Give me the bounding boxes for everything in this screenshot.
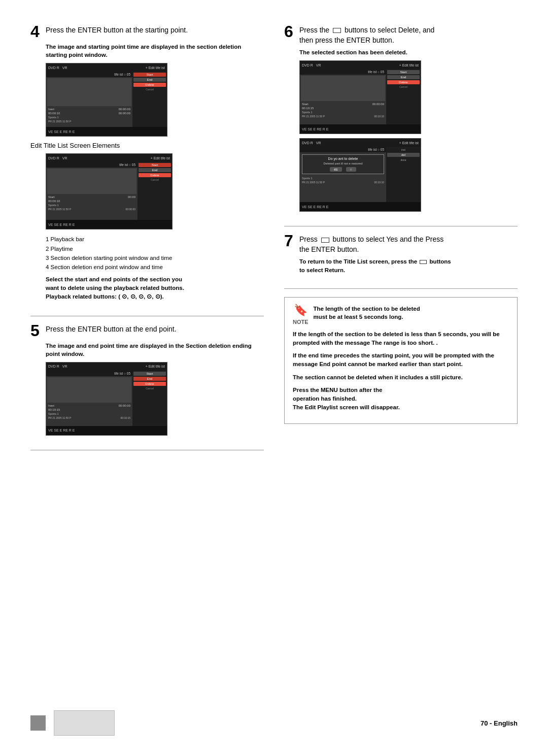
step-7-title-prefix: Press bbox=[299, 235, 318, 243]
dvd-time-end-4: 00:00:00 bbox=[119, 112, 130, 115]
dvd-bottom-bar-6a: VE SE E RE R E bbox=[300, 124, 421, 134]
dvd-pr-6b: PR 21 2005 11:50 P 00:10:10 bbox=[300, 180, 386, 184]
dvd-tife-6b: tife ist ○ 05 bbox=[300, 147, 386, 152]
dvd-time3-6a: 00:10:15 bbox=[300, 106, 386, 110]
step-6-title-line2: then press the ENTER button. bbox=[299, 36, 394, 44]
dvd-preview-4 bbox=[47, 78, 131, 106]
dvd-menu-items-4: + Edit tife ist bbox=[146, 66, 165, 70]
dvd-label-vr-el: VR bbox=[62, 156, 67, 160]
dvd-video-6b: tife ist ○ 05 Do yo ant to delete Delete… bbox=[300, 147, 386, 202]
dvd-bottom-bar-el: VE SE E RE R E bbox=[46, 220, 172, 229]
note-para5-line1: Press the MENU button after the bbox=[293, 387, 382, 393]
note-para1-line2: must be at least 5 seconds long. bbox=[314, 314, 403, 320]
step-7-return-note: To return to the Title List screen, pres… bbox=[299, 257, 518, 274]
dvd-label-dvdr-6a: DVD R bbox=[302, 63, 313, 67]
step-4-number: 4 bbox=[30, 23, 42, 40]
dvd-video-4: tife ist ○ 05 Inert 00:00:00 00:00:10 00… bbox=[46, 72, 132, 127]
dvd-body-5: tife ist ○ 05 Inert 00:00:00 00:10:15 Sp… bbox=[46, 371, 167, 426]
confirm-title: Do yo ant to delete bbox=[304, 157, 382, 160]
dvd-inert-5: Inert bbox=[48, 404, 54, 407]
dvd-screen-step5: DVD R VR + Edit tife ist tife ist ○ 05 bbox=[46, 362, 167, 436]
step-6-subtitle: The selected section has been deleted. bbox=[299, 48, 518, 56]
dvd-right-menu-6b: + Edit tife ist bbox=[399, 141, 419, 145]
dvd-bottom-bar-4: VE SE E RE R E bbox=[46, 127, 167, 136]
dvd-top-bar-5: DVD R VR + Edit tife ist bbox=[46, 363, 167, 371]
dvd-end-6b: 00:10:10 bbox=[374, 181, 384, 184]
main-content: 4 Press the ENTER button at the starting… bbox=[30, 25, 518, 458]
divider-before-note bbox=[284, 288, 518, 289]
divider-after-4 bbox=[30, 316, 264, 316]
dvd-top-bar-4: DVD R VR + Edit tife ist bbox=[46, 63, 167, 72]
confirm-yes-btn: es bbox=[330, 167, 341, 172]
step-6-arrow-icon bbox=[333, 28, 341, 33]
step-7-return-bold: To return to the Title List screen, pres… bbox=[299, 258, 417, 265]
elements-note-line3: Playback related buttons: ( ⊙, ⊙, ⊙, ⊙, … bbox=[46, 292, 264, 301]
dvd-tife-label-el: tife ist ○ 05 bbox=[46, 162, 138, 168]
dvd-right-menu-6a: + Edit tife ist bbox=[399, 63, 419, 67]
dvd-end-val-5: 00:10:15 bbox=[121, 416, 130, 419]
step-6-number: 6 bbox=[284, 23, 295, 40]
dvd-left-info-4: DVD R VR bbox=[48, 66, 67, 70]
note-para5: Press the MENU button after the operatio… bbox=[293, 386, 509, 412]
dvd-time-el: Start 00:00 bbox=[46, 195, 138, 199]
element-item-4: 4 Section deletion end point window and … bbox=[46, 262, 264, 272]
dvd-pr-6a: PR 21 2005 11:50 P 00:10:10 bbox=[300, 114, 386, 118]
dvd-bottom-icons-el: VE SE E RE R E bbox=[48, 223, 75, 226]
dvd-menu-items-el: + Edit tife ist bbox=[151, 156, 170, 160]
dvd-sports-el: Sports 1 bbox=[46, 203, 138, 207]
dvd-tife-label-5: tife ist ○ 05 bbox=[46, 371, 132, 376]
dvd-time-row-4: Inert 00:00:00 bbox=[46, 107, 132, 111]
dvd-end-time-el: 00:00:00 bbox=[126, 208, 135, 211]
dvd-start-btn-4: Start bbox=[133, 73, 166, 77]
dvd-top-bar-6a: DVD R VR + Edit tife ist bbox=[300, 61, 421, 69]
note-box: 🔖 NOTE The length of the section to be d… bbox=[284, 297, 518, 424]
dvd-pr-text-6a: PR 21 2005 11:50 P bbox=[302, 115, 325, 118]
dvd-body-el: tife ist ○ 05 → → Start 00:00 bbox=[46, 162, 172, 220]
dvd-time-display-4: 00:00:10 00:00:00 bbox=[46, 111, 132, 115]
step-6-title-prefix: Press the bbox=[299, 26, 329, 34]
step-6-title: Press the buttons to select Delete, and … bbox=[299, 25, 434, 45]
dvd-cancel-6a: Cancel bbox=[387, 85, 420, 88]
step-7-block: 7 Press buttons to select Yes and the Pr… bbox=[284, 235, 518, 274]
note-first-paragraph: The length of the section to be deleted … bbox=[314, 305, 509, 321]
dvd-end-btn-el: End bbox=[139, 168, 171, 172]
elements-note: Select the start and end points of the s… bbox=[46, 275, 264, 302]
dvd-preview-5 bbox=[47, 377, 131, 403]
dvd-right-menu-el: + Edit tife ist bbox=[151, 156, 170, 160]
step-5-header: 5 Press the ENTER button at the end poin… bbox=[30, 324, 264, 339]
dvd-sidebar-4: Start End Delete Cancel bbox=[132, 72, 167, 127]
step-7-title: Press buttons to select Yes and the Pres… bbox=[299, 235, 443, 254]
dvd-label-vr-5: VR bbox=[62, 365, 67, 368]
dvd-time-el2: 00:00:10 bbox=[46, 199, 138, 203]
dvd-inert-val-5: 00:00:00 bbox=[119, 404, 130, 407]
confirm-sub: Deleted part ill not e restored bbox=[304, 162, 382, 165]
dvd-label-dvdr-el: DVD R bbox=[48, 156, 59, 160]
step-5-number: 5 bbox=[30, 322, 42, 339]
dvd-screen-step6b: DVD R VR + Edit tife ist tife ist ○ 05 bbox=[299, 138, 421, 212]
dvd-sports-4: Sports 1 bbox=[46, 115, 132, 119]
dvd-preview-6a bbox=[301, 76, 385, 101]
dvd-left-info-5: DVD R VR bbox=[48, 365, 67, 368]
divider-after-5 bbox=[30, 450, 264, 450]
dvd-pr-5: PR 21 2005 11:50 P 00:10:15 bbox=[46, 416, 132, 420]
dvd-sidebar-el: Start End Delete Cancel bbox=[138, 162, 172, 220]
dvd-screen-step6a: DVD R VR + Edit tife ist tife ist ○ 05 bbox=[299, 60, 421, 134]
right-column: 6 Press the buttons to select Delete, an… bbox=[284, 25, 518, 458]
dvd-pr-text-el: PR 21 2005 11:50 P bbox=[48, 208, 71, 211]
dvd-cancel-5: Cancel bbox=[133, 387, 166, 390]
note-icon-group: 🔖 NOTE bbox=[293, 305, 309, 325]
step-6-header: 6 Press the buttons to select Delete, an… bbox=[284, 25, 518, 45]
dvd-body-6b: tife ist ○ 05 Do yo ant to delete Delete… bbox=[300, 147, 421, 202]
elements-title: Edit Title List Screen Elements bbox=[30, 142, 264, 149]
dvd-tife-label-6a: tife ist ○ 05 bbox=[300, 69, 386, 75]
dvd-screen-elements: DVD R VR + Edit tife ist tife ist ○ 05 bbox=[46, 153, 173, 229]
dvd-right-menu-5: + Edit tife ist bbox=[146, 365, 165, 368]
dvd-label-vr-6b: VR bbox=[316, 141, 321, 145]
dvd-video-6a: tife ist ○ 05 Start 00:00:00 00:10:15 Sp… bbox=[300, 69, 386, 124]
dvd-start-val-el: 00:00 bbox=[128, 195, 135, 199]
step-7-title-middle: buttons to select Yes and the Press bbox=[333, 235, 444, 243]
dvd-tife-label-4: tife ist ○ 05 bbox=[46, 72, 132, 77]
step-4-subtitle: The image and starting point time are di… bbox=[46, 43, 264, 59]
dvd-time1-4: 00:00:10 bbox=[48, 112, 60, 115]
dvd-delete-btn-5: Delete bbox=[133, 382, 166, 386]
